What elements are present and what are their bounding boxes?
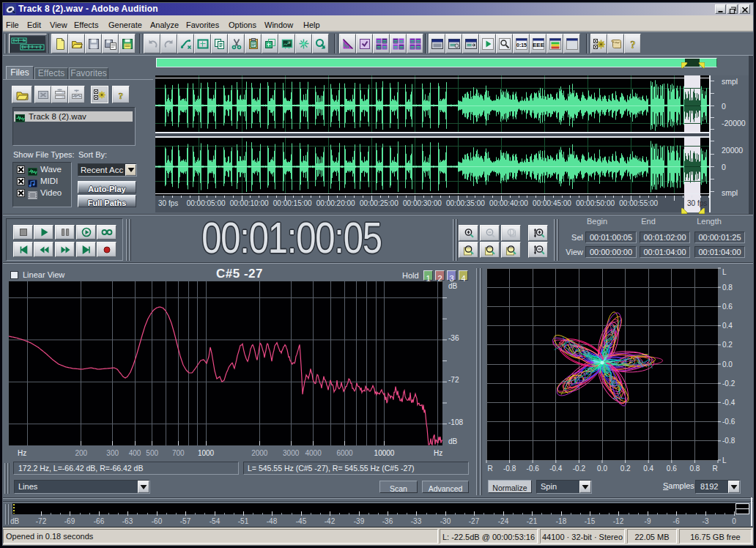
- svg-text:30 fps: 30 fps: [687, 199, 707, 207]
- svg-text:-0.8: -0.8: [722, 437, 735, 445]
- svg-text:4000: 4000: [305, 449, 322, 457]
- svg-text:Hz: Hz: [18, 449, 26, 457]
- svg-text:-0.8: -0.8: [503, 464, 516, 473]
- svg-text:L: L: [722, 456, 727, 464]
- svg-text:3000: 3000: [283, 449, 300, 457]
- svg-text:-0.2: -0.2: [722, 379, 735, 388]
- svg-text:0.0: 0.0: [722, 360, 733, 369]
- svg-text:500: 500: [146, 449, 158, 457]
- svg-text:L: L: [722, 268, 727, 276]
- svg-text:00:00:45:00: 00:00:45:00: [533, 199, 571, 207]
- svg-text:200: 200: [75, 449, 87, 457]
- svg-text:00:00:25:00: 00:00:25:00: [360, 199, 399, 207]
- svg-text:dB: dB: [448, 282, 458, 290]
- svg-text:00:00:15:00: 00:00:15:00: [273, 199, 312, 207]
- svg-text:0.0: 0.0: [597, 464, 607, 473]
- svg-text:10000: 10000: [374, 449, 395, 457]
- svg-text:00:00:40:00: 00:00:40:00: [489, 199, 528, 207]
- svg-text:00:00:20:00: 00:00:20:00: [316, 199, 355, 207]
- svg-text:-0.4: -0.4: [549, 464, 563, 473]
- svg-text:0.8: 0.8: [689, 464, 700, 473]
- svg-text:0.4: 0.4: [722, 322, 733, 330]
- svg-text:dB: dB: [448, 437, 458, 445]
- svg-text:30 fps: 30 fps: [158, 199, 178, 207]
- svg-text:6000: 6000: [336, 449, 353, 457]
- svg-text:?: ?: [630, 39, 635, 50]
- svg-text:-72: -72: [448, 376, 459, 384]
- svg-text:1000: 1000: [198, 449, 215, 457]
- svg-text:2000: 2000: [251, 449, 268, 457]
- svg-text:-36: -36: [448, 334, 459, 342]
- svg-text:EEE: EEE: [532, 41, 544, 48]
- svg-text:-0.2: -0.2: [573, 464, 586, 473]
- svg-text:00:00:50:00: 00:00:50:00: [576, 199, 615, 207]
- svg-text:R: R: [712, 464, 717, 473]
- svg-text:0:15: 0:15: [516, 42, 526, 47]
- svg-text:-0.6: -0.6: [722, 418, 735, 426]
- svg-text:0.4: 0.4: [643, 464, 653, 473]
- svg-text:?: ?: [119, 90, 124, 101]
- svg-text:00:00:55:00: 00:00:55:00: [619, 199, 658, 207]
- svg-text:Hz: Hz: [434, 449, 442, 457]
- svg-text:00:00:10:00: 00:00:10:00: [230, 199, 269, 207]
- svg-text:700: 700: [172, 449, 185, 457]
- svg-text:00:00:35:00: 00:00:35:00: [446, 199, 485, 207]
- svg-text:00:00:05:00: 00:00:05:00: [187, 199, 226, 207]
- svg-text:-108: -108: [448, 418, 463, 426]
- svg-text:0.6: 0.6: [722, 303, 733, 311]
- svg-text:0.8: 0.8: [722, 284, 733, 292]
- svg-text:R: R: [487, 464, 492, 473]
- svg-text:0.6: 0.6: [667, 464, 677, 473]
- svg-text:00:00:30:00: 00:00:30:00: [403, 199, 442, 207]
- svg-text:-0.6: -0.6: [527, 464, 540, 473]
- svg-text:0.2: 0.2: [722, 341, 733, 349]
- svg-text:300: 300: [106, 449, 119, 457]
- svg-text:0.2: 0.2: [620, 464, 631, 473]
- svg-text:400: 400: [129, 449, 141, 457]
- svg-text:-0.4: -0.4: [722, 399, 735, 407]
